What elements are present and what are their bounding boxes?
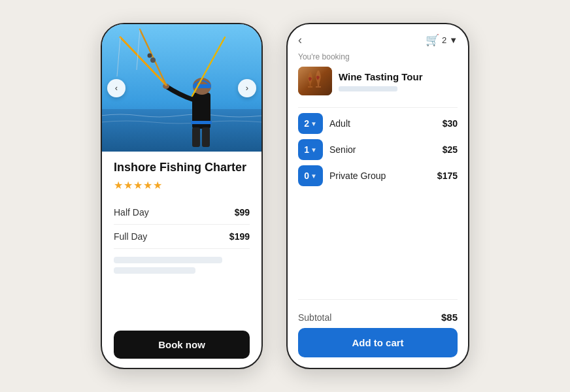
booking-label: You're booking <box>298 52 458 61</box>
qty-private-caret: ▼ <box>310 172 317 180</box>
halfday-price: $99 <box>235 207 250 218</box>
left-phone-body: Inshore Fishing Charter ★★★★★ Half Day $… <box>102 152 261 368</box>
right-header: ‹ 🛒 2 ▼ <box>288 24 468 52</box>
left-phone: ‹ › Inshore Fishing Charter ★★★★★ Half D… <box>101 23 263 369</box>
qty-private-value: 0 <box>304 171 309 181</box>
add-to-cart-button[interactable]: Add to cart <box>298 328 458 357</box>
cart-dropdown-icon: ▼ <box>449 35 458 45</box>
svg-rect-14 <box>202 127 210 147</box>
book-now-button[interactable]: Book now <box>114 331 250 359</box>
next-arrow[interactable]: › <box>238 79 256 97</box>
booking-thumbnail <box>298 67 332 95</box>
price-row-halfday: Half Day $99 <box>114 201 250 225</box>
divider-2 <box>298 299 458 300</box>
cart-icon: 🛒 <box>426 33 439 47</box>
qty-adult-value: 2 <box>304 118 309 129</box>
subtotal-label: Subtotal <box>298 312 331 323</box>
wine-thumbnail-svg <box>298 67 332 95</box>
booking-section: You're booking <box>288 52 468 102</box>
ticket-adult-price: $30 <box>443 118 458 129</box>
star-rating: ★★★★★ <box>114 179 250 191</box>
ticket-row-private: 0 ▼ Private Group $175 <box>298 165 458 186</box>
svg-point-12 <box>148 54 152 58</box>
ticket-row-adult: 2 ▼ Adult $30 <box>298 113 458 134</box>
fullday-price: $199 <box>229 231 250 242</box>
price-row-fullday: Full Day $199 <box>114 225 250 249</box>
svg-rect-13 <box>192 127 200 147</box>
fullday-label: Full Day <box>114 231 147 242</box>
ticket-adult-name: Adult <box>329 118 436 129</box>
subtotal-row: Subtotal $85 <box>288 305 468 328</box>
back-button[interactable]: ‹ <box>298 33 302 47</box>
divider-1 <box>298 107 458 108</box>
svg-rect-16 <box>298 67 332 95</box>
svg-point-11 <box>150 57 156 63</box>
cart-badge[interactable]: 🛒 2 ▼ <box>426 33 458 47</box>
ticket-row-senior: 1 ▼ Senior $25 <box>298 139 458 160</box>
booking-title: Wine Tasting Tour <box>339 71 422 83</box>
qty-adult-caret: ▼ <box>310 120 317 127</box>
halfday-label: Half Day <box>114 207 149 218</box>
subtotal-value: $85 <box>441 312 458 323</box>
qty-senior-caret: ▼ <box>310 146 317 154</box>
ticket-senior-price: $25 <box>443 144 458 155</box>
ticket-rows: 2 ▼ Adult $30 1 ▼ Senior $25 0 ▼ Private… <box>288 113 468 294</box>
skeleton-line-1 <box>114 257 222 263</box>
ticket-private-name: Private Group <box>329 171 431 181</box>
right-phone: ‹ 🛒 2 ▼ You're booking <box>286 23 469 369</box>
svg-rect-15 <box>191 121 212 124</box>
qty-adult-button[interactable]: 2 ▼ <box>298 113 323 134</box>
ticket-private-price: $175 <box>437 171 458 181</box>
cart-count: 2 <box>442 35 446 45</box>
skeleton-placeholder <box>114 257 250 278</box>
booking-subtitle-skeleton <box>339 86 397 91</box>
hero-image: ‹ › <box>102 24 261 152</box>
product-title: Inshore Fishing Charter <box>114 161 250 175</box>
svg-rect-4 <box>193 84 211 88</box>
prev-arrow[interactable]: ‹ <box>107 79 126 97</box>
qty-senior-button[interactable]: 1 ▼ <box>298 139 323 160</box>
qty-private-button[interactable]: 0 ▼ <box>298 165 323 186</box>
qty-senior-value: 1 <box>304 144 309 155</box>
booking-info: Wine Tasting Tour <box>339 71 422 91</box>
booking-card: Wine Tasting Tour <box>298 67 458 95</box>
ticket-senior-name: Senior <box>329 144 436 155</box>
skeleton-line-2 <box>114 267 195 274</box>
